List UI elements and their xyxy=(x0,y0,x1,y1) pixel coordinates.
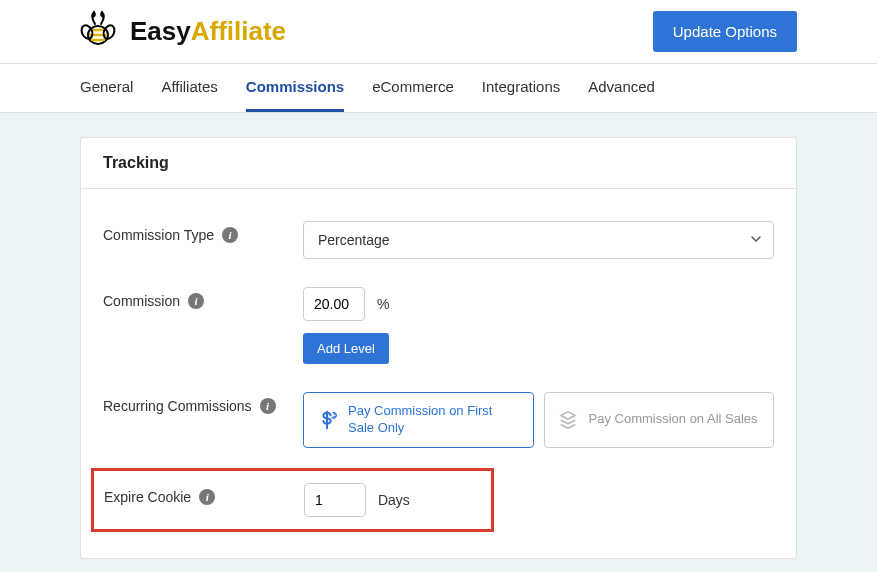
tab-affiliates[interactable]: Affiliates xyxy=(161,64,217,112)
label-commission-type: Commission Type xyxy=(103,227,214,243)
svg-point-2 xyxy=(102,24,117,41)
expire-cookie-input[interactable] xyxy=(304,483,366,517)
row-commission: Commission i % Add Level xyxy=(103,273,774,378)
recurring-option-label: Pay Commission on First Sale Only xyxy=(348,403,521,437)
dollar-icon xyxy=(316,409,338,431)
commission-type-select[interactable]: Percentage xyxy=(303,221,774,259)
update-options-button[interactable]: Update Options xyxy=(653,11,797,52)
tab-advanced[interactable]: Advanced xyxy=(588,64,655,112)
header-bar: EasyAffiliate Update Options xyxy=(0,0,877,64)
tab-general[interactable]: General xyxy=(80,64,133,112)
recurring-option-label: Pay Commission on All Sales xyxy=(589,411,758,428)
commission-value-input[interactable] xyxy=(303,287,365,321)
svg-point-1 xyxy=(80,24,94,41)
label-expire-cookie: Expire Cookie xyxy=(104,489,191,505)
info-icon[interactable]: i xyxy=(199,489,215,505)
label-commission: Commission xyxy=(103,293,180,309)
tab-bar: General Affiliates Commissions eCommerce… xyxy=(0,64,877,113)
stack-icon xyxy=(557,409,579,431)
row-recurring-commissions: Recurring Commissions i Pay Comm xyxy=(103,378,774,462)
info-icon[interactable]: i xyxy=(222,227,238,243)
tracking-panel: Tracking Commission Type i Percentage xyxy=(80,137,797,559)
row-expire-cookie: Expire Cookie i Days xyxy=(91,468,494,532)
tab-commissions[interactable]: Commissions xyxy=(246,64,344,112)
tab-ecommerce[interactable]: eCommerce xyxy=(372,64,454,112)
recurring-first-sale-button[interactable]: Pay Commission on First Sale Only xyxy=(303,392,534,448)
add-level-button[interactable]: Add Level xyxy=(303,333,389,364)
panel-title: Tracking xyxy=(81,138,796,189)
expire-cookie-unit: Days xyxy=(378,492,410,508)
commission-unit: % xyxy=(377,296,389,312)
info-icon[interactable]: i xyxy=(188,293,204,309)
tab-integrations[interactable]: Integrations xyxy=(482,64,560,112)
logo: EasyAffiliate xyxy=(80,10,286,53)
bee-icon xyxy=(80,10,124,53)
logo-text: EasyAffiliate xyxy=(130,16,286,47)
label-recurring: Recurring Commissions xyxy=(103,398,252,414)
recurring-all-sales-button[interactable]: Pay Commission on All Sales xyxy=(544,392,775,448)
row-commission-type: Commission Type i Percentage xyxy=(103,207,774,273)
info-icon[interactable]: i xyxy=(260,398,276,414)
